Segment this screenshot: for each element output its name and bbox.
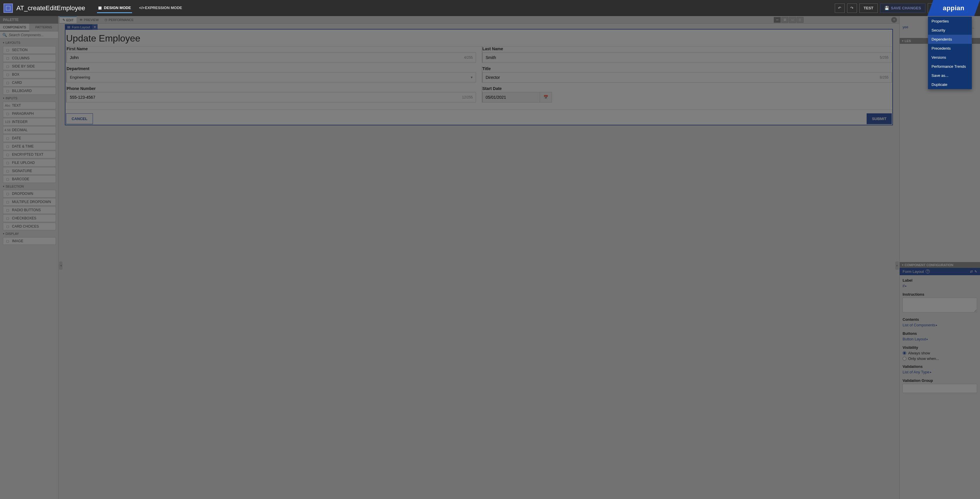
palette-item-image[interactable]: ▢IMAGE xyxy=(3,237,56,245)
expression-mode-label: EXPRESSION MODE xyxy=(145,6,182,10)
instructions-textarea[interactable] xyxy=(902,298,977,312)
palette-group-layouts[interactable]: LAYOUTS xyxy=(1,40,56,46)
collapse-right-handle[interactable]: ▸ xyxy=(895,261,899,270)
form-layout-config-label: Form Layout xyxy=(902,269,924,274)
view-fit-button[interactable]: ⇔ xyxy=(774,17,781,23)
component-config-header[interactable]: COMPONENT CONFIGURATION xyxy=(900,262,980,268)
palette-group-selection[interactable]: SELECTION xyxy=(1,183,56,189)
palette-item-integer[interactable]: 123INTEGER xyxy=(3,118,56,126)
settings-menu-versions[interactable]: Versions xyxy=(928,53,972,62)
settings-menu-dependents[interactable]: Dependents xyxy=(928,35,972,44)
palette-item-barcode[interactable]: ▢BARCODE xyxy=(3,175,56,183)
palette-item-billboard[interactable]: ▢BILLBOARD xyxy=(3,87,56,95)
palette-group-inputs[interactable]: INPUTS xyxy=(1,95,56,101)
form-chip-toggle[interactable]: ▾ xyxy=(92,24,98,30)
palette-item-icon: ▢ xyxy=(6,216,10,220)
palette-item-multiple-dropdown[interactable]: ▢MULTIPLE DROPDOWN xyxy=(3,198,56,206)
palette-item-label: COLUMNS xyxy=(12,56,30,60)
palette-item-text[interactable]: AbcTEXT xyxy=(3,102,56,109)
edit-expression-icon[interactable]: ✎ xyxy=(974,270,977,273)
palette-tab-components[interactable]: COMPONENTS xyxy=(0,24,29,31)
canvas-tab-edit[interactable]: ✎EDIT xyxy=(60,16,76,23)
test-button[interactable]: TEST xyxy=(859,3,878,13)
search-icon: 🔍 xyxy=(2,33,7,37)
palette-item-date-time[interactable]: ▢DATE & TIME xyxy=(3,143,56,150)
undo-button[interactable]: ↶ xyxy=(835,3,845,13)
palette-search-input[interactable] xyxy=(9,33,56,37)
view-desktop-button[interactable]: 🖥 xyxy=(781,17,788,23)
buttons-link[interactable]: Button Layout xyxy=(902,337,928,341)
redo-button[interactable]: ↷ xyxy=(847,3,857,13)
canvas-tab-performance[interactable]: ◷PERFORMANCE xyxy=(102,17,137,23)
visibility-when-label: Only show when... xyxy=(908,356,939,361)
phone-label: Phone Number xyxy=(67,86,476,91)
palette-item-decimal[interactable]: 4.56DECIMAL xyxy=(3,126,56,134)
palette-item-encrypted-text[interactable]: ▢ENCRYPTED TEXT xyxy=(3,151,56,158)
view-tablet-button[interactable]: ▭ xyxy=(789,17,796,23)
validation-group-input[interactable] xyxy=(902,384,977,393)
palette-item-paragraph[interactable]: ▢PARAGRAPH xyxy=(3,110,56,118)
palette-item-card[interactable]: ▢CARD xyxy=(3,79,56,86)
save-changes-button[interactable]: 💾 SAVE CHANGES xyxy=(880,3,925,13)
palette-item-card-choices[interactable]: ▢CARD CHOICES xyxy=(3,222,56,230)
palette-item-side-by-side[interactable]: ▢SIDE BY SIDE xyxy=(3,62,56,70)
calendar-icon[interactable]: 📅 xyxy=(540,92,552,103)
config-label-label: Label xyxy=(902,278,977,283)
palette-tab-patterns[interactable]: PATTERNS xyxy=(29,24,59,31)
palette-item-file-upload[interactable]: ▢FILE UPLOAD xyxy=(3,159,56,167)
settings-menu-precedents[interactable]: Precedents xyxy=(928,44,972,53)
help-icon[interactable]: ? xyxy=(926,269,930,273)
form-layout-icon: ▤ xyxy=(67,25,70,29)
expression-mode-tab[interactable]: </> EXPRESSION MODE xyxy=(138,3,183,13)
form-chip-label: Form Layout xyxy=(72,25,90,29)
submit-button[interactable]: SUBMIT xyxy=(867,113,892,124)
palette-item-icon: Abc xyxy=(6,103,10,108)
form-layout-chip[interactable]: ▤Form Layout ▾ xyxy=(65,24,98,30)
palette-item-icon: ▢ xyxy=(6,161,10,165)
palette-item-label: TEXT xyxy=(12,103,21,108)
palette-item-columns[interactable]: ▢COLUMNS xyxy=(3,54,56,62)
collapse-left-handle[interactable]: ◂ xyxy=(59,261,62,270)
palette-item-icon: ▢ xyxy=(6,73,10,76)
palette-item-label: ENCRYPTED TEXT xyxy=(12,153,43,157)
department-select[interactable]: Engineering ▾ xyxy=(67,72,476,83)
palette-item-label: DROPDOWN xyxy=(12,192,33,196)
add-pane-button[interactable]: + xyxy=(891,17,897,23)
expression-mode-icon: </> xyxy=(139,6,143,10)
palette-item-radio-buttons[interactable]: ▢RADIO BUTTONS xyxy=(3,206,56,214)
config-label-value[interactable]: if xyxy=(902,284,907,288)
visibility-when-radio[interactable]: Only show when... xyxy=(902,356,977,361)
palette-group-display[interactable]: DISPLAY xyxy=(1,231,56,237)
palette-item-checkboxes[interactable]: ▢CHECKBOXES xyxy=(3,215,56,222)
settings-menu-properties[interactable]: Properties xyxy=(928,17,972,26)
palette-item-date[interactable]: ▢DATE xyxy=(3,134,56,142)
design-mode-icon: ▦ xyxy=(98,6,102,10)
contents-link[interactable]: List of Components xyxy=(902,323,937,327)
palette-item-label: SECTION xyxy=(12,48,27,52)
visibility-always-radio[interactable]: Always show xyxy=(902,351,977,355)
palette-item-signature[interactable]: ▢SIGNATURE xyxy=(3,167,56,175)
view-mobile-button[interactable]: ▯ xyxy=(797,17,803,23)
preview-icon: 👁 xyxy=(80,18,83,22)
validations-link[interactable]: List of Any Type xyxy=(902,370,932,374)
title-input[interactable] xyxy=(483,73,877,83)
settings-menu-save-as-[interactable]: Save as... xyxy=(928,71,972,80)
last-name-input[interactable] xyxy=(483,52,877,62)
settings-menu-performance-trends[interactable]: Performance Trends xyxy=(928,62,972,71)
start-date-label: Start Date xyxy=(482,86,892,91)
cancel-button[interactable]: CANCEL xyxy=(66,113,93,124)
palette-item-section[interactable]: ▢SECTION xyxy=(3,46,56,54)
palette-item-label: BILLBOARD xyxy=(12,89,32,93)
settings-menu-security[interactable]: Security xyxy=(928,26,972,35)
swap-icon[interactable]: ⇄ xyxy=(970,270,973,273)
palette-item-dropdown[interactable]: ▢DROPDOWN xyxy=(3,190,56,197)
palette-item-icon: ▢ xyxy=(6,153,10,157)
phone-input[interactable] xyxy=(67,92,459,102)
canvas-tab-preview[interactable]: 👁PREVIEW xyxy=(76,17,102,23)
design-mode-tab[interactable]: ▦ DESIGN MODE xyxy=(97,3,132,13)
first-name-input[interactable] xyxy=(67,52,461,62)
palette-item-box[interactable]: ▢BOX xyxy=(3,71,56,78)
palette-item-icon: 4.56 xyxy=(6,128,10,132)
start-date-input[interactable] xyxy=(482,92,540,103)
settings-menu-duplicate[interactable]: Duplicate xyxy=(928,80,972,89)
